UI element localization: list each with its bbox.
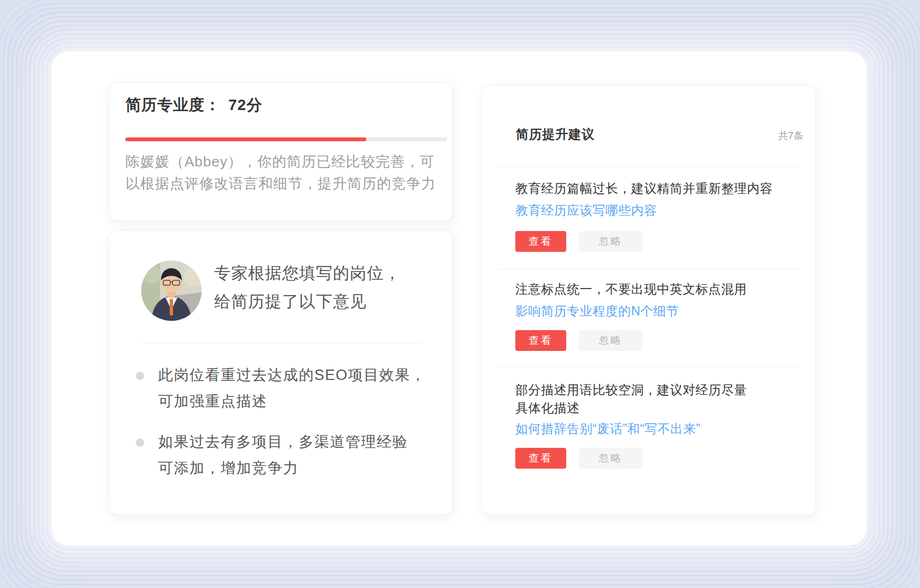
divider — [497, 366, 801, 367]
suggestion-title: 注意标点统一，不要出现中英文标点混用 — [515, 280, 747, 298]
divider — [497, 166, 801, 167]
bullet-text: 如果过去有多项目，多渠道管理经验 可添加，增加竞争力 — [158, 429, 408, 481]
expert-card: 专家根据您填写的岗位， 给简历提了以下意见 此岗位看重过去达成的SEO项目效果，… — [108, 230, 453, 515]
suggestion-actions: 查看 忽略 — [515, 448, 642, 469]
bullet-item: 如果过去有多项目，多渠道管理经验 可添加，增加竞争力 — [136, 429, 408, 481]
progress-fill — [125, 137, 366, 141]
view-button[interactable]: 查看 — [515, 330, 566, 351]
expert-intro: 专家根据您填写的岗位， 给简历提了以下意见 — [214, 259, 401, 316]
bullet-dot-icon — [136, 372, 144, 380]
view-button[interactable]: 查看 — [515, 448, 566, 469]
bullet-text: 此岗位看重过去达成的SEO项目效果， 可加强重点描述 — [158, 362, 426, 414]
progress-track — [125, 137, 447, 141]
suggestions-card: 简历提升建议 共7条 教育经历篇幅过长，建议精简并重新整理内容 教育经历应该写哪… — [481, 85, 816, 515]
score-label: 简历专业度： — [125, 96, 221, 113]
expert-avatar-image — [141, 261, 202, 321]
main-panel: 简历专业度：72分 陈媛媛（Abbey），你的简历已经比较完善，可 以根据点评修… — [51, 51, 866, 545]
score-card: 简历专业度：72分 陈媛媛（Abbey），你的简历已经比较完善，可 以根据点评修… — [108, 82, 453, 221]
suggestion-link[interactable]: 教育经历应该写哪些内容 — [515, 202, 657, 219]
page-background: 简历专业度：72分 陈媛媛（Abbey），你的简历已经比较完善，可 以根据点评修… — [0, 0, 920, 588]
expert-avatar — [141, 261, 202, 321]
suggestions-count-badge: 共7条 — [778, 129, 803, 142]
divider — [142, 343, 422, 343]
suggestion-title: 部分描述用语比较空洞，建议对经历尽量 具体化描述 — [515, 381, 747, 417]
score-value: 72分 — [228, 96, 262, 113]
divider — [497, 269, 801, 269]
bullet-item: 此岗位看重过去达成的SEO项目效果， 可加强重点描述 — [136, 362, 426, 414]
ignore-button[interactable]: 忽略 — [579, 330, 642, 351]
bullet-dot-icon — [136, 439, 144, 447]
ignore-button[interactable]: 忽略 — [579, 231, 642, 252]
suggestion-title: 教育经历篇幅过长，建议精简并重新整理内容 — [515, 180, 773, 198]
suggestion-link[interactable]: 如何措辞告别“废话”和“写不出来” — [515, 420, 700, 437]
suggestion-link[interactable]: 影响简历专业程度的N个细节 — [515, 303, 679, 320]
suggestions-title: 简历提升建议 — [516, 126, 595, 143]
suggestion-actions: 查看 忽略 — [515, 231, 642, 252]
suggestion-actions: 查看 忽略 — [515, 330, 642, 351]
score-description: 陈媛媛（Abbey），你的简历已经比较完善，可 以根据点评修改语言和细节，提升简… — [125, 151, 450, 194]
score-card-title: 简历专业度：72分 — [125, 95, 262, 116]
view-button[interactable]: 查看 — [515, 231, 566, 252]
ignore-button[interactable]: 忽略 — [579, 448, 642, 469]
